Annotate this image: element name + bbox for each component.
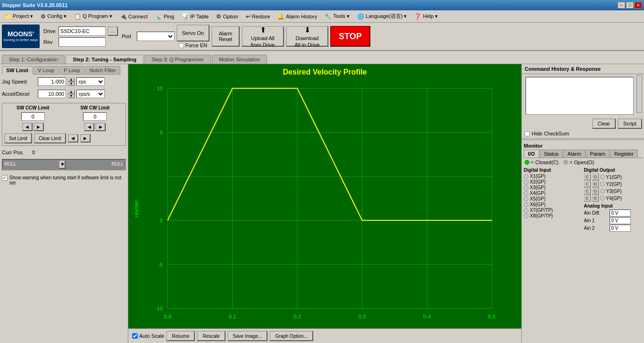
tab-motionsim[interactable]: Motion Simulation	[212, 55, 267, 64]
cmd-history-scrollbar[interactable]	[636, 75, 642, 113]
close-button[interactable]: ✕	[635, 2, 642, 8]
menu-option-label: Option	[223, 14, 238, 19]
x4-radio	[524, 191, 528, 196]
monitor-tab-alarm-label: Alarm	[568, 151, 581, 157]
monitor-tab-status[interactable]: Status	[540, 150, 563, 158]
set-limit-button[interactable]: Set Limit	[4, 133, 32, 143]
menu-ping[interactable]: 📡 Ping	[152, 12, 177, 21]
save-image-button[interactable]: Save Image...	[227, 331, 268, 341]
jog-speed-up[interactable]: ▲	[68, 77, 75, 82]
sub-tab-notchfilter[interactable]: Notch Filter	[85, 66, 120, 75]
hide-checksum-checkbox[interactable]	[525, 131, 530, 136]
x4-row: X4(GP)	[524, 191, 582, 196]
x1-radio	[524, 174, 528, 179]
minimize-button[interactable]: ─	[618, 2, 625, 8]
servo-on-button[interactable]: Servo On	[176, 25, 209, 42]
ccw-nav-right[interactable]: ▶	[33, 123, 44, 131]
monitor-tab-alarm[interactable]: Alarm	[563, 150, 585, 158]
menu-iptable[interactable]: 📊 IP Table	[178, 12, 212, 21]
y2-o-btn[interactable]: O	[592, 181, 599, 187]
qprogram-icon: 📋	[74, 13, 81, 20]
tab-step3[interactable]: Step 3: Q Programmer	[144, 55, 211, 64]
curr-pos-row: Curr Pos. 0	[2, 150, 126, 155]
y4-o-btn[interactable]: O	[592, 195, 599, 201]
menu-option[interactable]: ⚙ Option	[213, 12, 241, 21]
drive-input[interactable]	[59, 26, 106, 36]
tab-step2[interactable]: Step 2: Tuning - Sampling	[66, 55, 143, 64]
resume-button[interactable]: Resume	[166, 331, 195, 341]
menu-config[interactable]: ⚙ Config ▾	[37, 12, 70, 21]
sub-tab-ploop[interactable]: P Loop	[59, 66, 84, 75]
y1-o-btn[interactable]: O	[592, 174, 599, 180]
jog-speed-unit-select[interactable]: rps	[76, 77, 105, 86]
rev-input[interactable]	[59, 37, 106, 47]
slider-thumb[interactable]: ▼	[59, 160, 66, 169]
accel-decel-input[interactable]	[38, 90, 66, 98]
drive-browse-button[interactable]: ...	[108, 26, 118, 36]
tab-step1[interactable]: Step 1: Configuration	[2, 55, 65, 64]
menu-alarmhistory[interactable]: 🔔 Alarm History	[274, 12, 320, 21]
script-button[interactable]: Script	[618, 118, 642, 129]
accel-decel-up[interactable]: ▲	[68, 90, 75, 94]
iptable-icon: 📊	[182, 13, 189, 20]
limit-nav-left[interactable]: ◀	[68, 134, 78, 142]
force-en-checkbox[interactable]	[179, 43, 184, 48]
menu-tools[interactable]: 🔧 Tools ▾	[321, 12, 353, 21]
chart-area: Desired Velocity Profile	[128, 64, 521, 343]
port-select[interactable]	[137, 32, 175, 41]
cw-nav-left[interactable]: ◀	[84, 123, 94, 131]
jog-speed-down[interactable]: ▼	[68, 82, 75, 86]
menu-restore[interactable]: ↩ Restore	[243, 12, 274, 21]
position-slider[interactable]: NULL ▼ NULL	[2, 159, 126, 170]
maximize-button[interactable]: □	[626, 2, 634, 8]
alarm-reset-button[interactable]: Alarm Reset	[211, 26, 240, 47]
menu-qprogram[interactable]: 📋 Q Program ▾	[71, 12, 116, 21]
ccw-limit-input[interactable]	[21, 112, 45, 121]
svg-text:0.0: 0.0	[164, 314, 171, 319]
monitor-tab-param[interactable]: Param	[586, 150, 610, 158]
y2-c-btn[interactable]: C	[584, 181, 591, 187]
jog-speed-input[interactable]	[38, 77, 66, 86]
upload-all-button[interactable]: ⬆ Upload All from Drive	[242, 26, 284, 47]
limit-section: SW CCW Limit ◀ ▶ SW CW Limit ◀ ▶	[2, 103, 126, 146]
y3-c-btn[interactable]: C	[584, 188, 591, 194]
cw-limit-input[interactable]	[83, 112, 107, 121]
accel-decel-unit-select[interactable]: rps/s	[76, 90, 105, 98]
sub-tab-swlimit[interactable]: SW Limit	[2, 66, 33, 75]
monitor-tab-io[interactable]: I/O	[524, 150, 539, 158]
svg-text:5: 5	[160, 130, 163, 135]
monitor-tab-register[interactable]: Register	[610, 150, 638, 158]
menu-language[interactable]: 🌐 Language(语言) ▾	[354, 11, 410, 21]
menu-help-label: Help ▾	[423, 13, 438, 19]
limit-nav-right[interactable]: ▶	[80, 134, 91, 142]
y3-o-btn[interactable]: O	[592, 188, 599, 194]
clear-limit-button[interactable]: Clear Limit	[34, 133, 66, 143]
sub-tab-vloop[interactable]: V Loop	[33, 66, 59, 75]
warning-checkbox[interactable]: ✓	[2, 175, 8, 181]
cw-nav-right[interactable]: ▶	[95, 123, 106, 131]
analog-input-section: Analog Input Ain Diff. 0 V Ain 1 0 V Ain…	[584, 203, 643, 232]
menu-connect[interactable]: 🔌 Connect	[117, 12, 151, 21]
clear-button[interactable]: Clear	[592, 118, 616, 129]
stop-button[interactable]: STOP	[330, 26, 370, 47]
digital-output-title: Digital Output	[584, 167, 643, 173]
y4-c-btn[interactable]: C	[584, 195, 591, 201]
ccw-nav-left[interactable]: ◀	[22, 123, 33, 131]
download-all-button[interactable]: ⬇ Download All to Drive	[286, 26, 328, 47]
menu-project[interactable]: 📁 Project ▾	[1, 12, 36, 21]
x2-radio	[524, 180, 528, 184]
accel-decel-down[interactable]: ▼	[68, 94, 75, 98]
x7-radio	[524, 208, 528, 213]
rescale-button[interactable]: Rescale	[197, 331, 225, 341]
graph-option-button[interactable]: Graph Option...	[269, 331, 313, 341]
app-title: Stepper Suite V3.0.20.0511	[2, 2, 67, 8]
auto-scale-checkbox[interactable]	[132, 333, 138, 339]
svg-text:-10: -10	[155, 306, 163, 311]
auto-scale-label[interactable]: Auto Scale	[132, 333, 164, 339]
monitor-title: Monitor	[524, 142, 642, 150]
limit-header: SW CCW Limit ◀ ▶ SW CW Limit ◀ ▶	[4, 105, 124, 131]
y1-c-btn[interactable]: C	[584, 174, 591, 180]
menu-help[interactable]: ❓ Help ▾	[411, 12, 441, 21]
menu-alarmhistory-label: Alarm History	[286, 14, 317, 19]
svg-text:0.2: 0.2	[293, 314, 301, 319]
